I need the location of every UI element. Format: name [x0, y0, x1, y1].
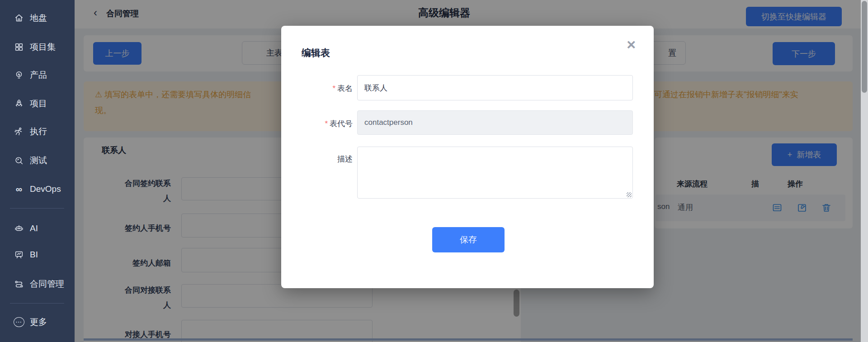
sidebar-item-label: 项目集 — [30, 41, 56, 53]
bulb-icon — [14, 70, 24, 81]
sidebar-item-label: DevOps — [30, 184, 61, 194]
infinity-icon: ∞ — [14, 184, 24, 195]
route-icon — [14, 279, 24, 290]
description-textarea[interactable] — [357, 147, 633, 199]
sidebar-item-label: 产品 — [30, 69, 47, 81]
sidebar-item-label: 测试 — [30, 155, 47, 166]
sidebar-item-home[interactable]: 地盘 — [14, 11, 47, 25]
sidebar-item-label: 执行 — [30, 126, 47, 138]
sidebar-divider — [10, 208, 64, 209]
runner-icon — [14, 126, 24, 137]
grid-icon — [14, 42, 24, 52]
sidebar-item-label: 地盘 — [30, 12, 47, 24]
sidebar-divider — [10, 303, 64, 304]
close-icon[interactable]: × — [627, 37, 636, 52]
sidebar-item-label: AI — [30, 223, 38, 233]
edit-table-modal: 编辑表 × *表名 *表代号 描述 保存 — [281, 26, 654, 288]
sidebar-item-execute[interactable]: 执行 — [14, 125, 47, 138]
description-label: 描述 — [281, 154, 353, 164]
sidebar-item-bi[interactable]: BI — [14, 248, 38, 261]
sidebar-item-more[interactable]: ··· 更多 — [14, 315, 47, 329]
table-code-input — [357, 110, 633, 135]
sidebar-item-label: 合同管理 — [30, 278, 64, 290]
sidebar-item-devops[interactable]: ∞ DevOps — [14, 182, 61, 196]
table-code-label: *表代号 — [281, 119, 353, 129]
page-scrollbar-track[interactable] — [861, 0, 868, 342]
sidebar-item-project[interactable]: 项目 — [14, 97, 47, 110]
page-scrollbar-thumb[interactable] — [862, 1, 867, 93]
home-icon — [14, 13, 24, 24]
sidebar-item-ai[interactable]: AI — [14, 222, 38, 235]
app-root: 地盘 项目集 产品 项目 执行 测试 ∞ DevOps AI — [0, 0, 868, 342]
sidebar-item-label: 更多 — [30, 316, 47, 328]
required-asterisk: * — [332, 84, 335, 93]
rocket-icon — [14, 98, 24, 109]
more-icon: ··· — [14, 317, 24, 327]
sidebar-item-product[interactable]: 产品 — [14, 68, 47, 82]
table-name-label: *表名 — [281, 83, 353, 94]
sidebar: 地盘 项目集 产品 项目 执行 测试 ∞ DevOps AI — [0, 0, 75, 342]
required-asterisk: * — [325, 119, 328, 128]
sidebar-item-program[interactable]: 项目集 — [14, 40, 56, 54]
sidebar-item-label: 项目 — [30, 98, 47, 109]
main-area: ‹ 合同管理 高级编辑器 切换至快捷编辑器 上一步 主表 置 下一步 ⚠ 填写的… — [75, 0, 861, 342]
chart-board-icon — [14, 249, 24, 260]
sidebar-item-label: BI — [30, 250, 38, 260]
sidebar-item-contracts[interactable]: 合同管理 — [14, 277, 64, 291]
search-icon — [14, 155, 24, 166]
robot-icon — [14, 223, 24, 234]
modal-title: 编辑表 — [302, 47, 330, 59]
save-button[interactable]: 保存 — [432, 227, 505, 252]
sidebar-item-test[interactable]: 测试 — [14, 154, 47, 167]
table-name-input[interactable] — [357, 75, 633, 100]
